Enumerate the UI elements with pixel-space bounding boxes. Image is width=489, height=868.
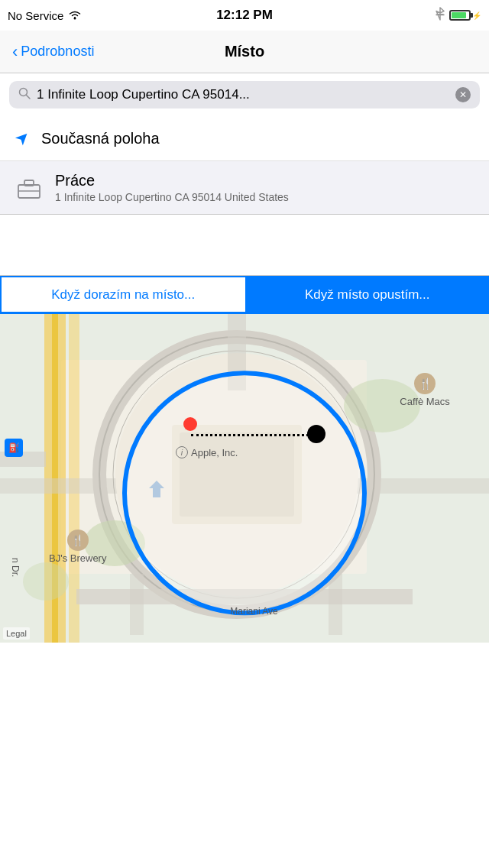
wifi-icon xyxy=(68,9,82,22)
svg-rect-20 xyxy=(130,574,144,635)
legal-text: Legal xyxy=(3,627,30,640)
svg-rect-21 xyxy=(329,574,342,635)
back-label: Podrobnosti xyxy=(21,44,94,60)
apple-inc-label: i Apple, Inc. xyxy=(176,446,238,458)
search-bar[interactable]: 1 Infinite Loop Cupertino CA 95014... ✕ xyxy=(9,81,480,108)
radius-handle[interactable] xyxy=(307,425,325,443)
charging-icon: ⚡ xyxy=(472,11,481,20)
radius-line xyxy=(191,434,313,436)
work-title: Práce xyxy=(55,172,289,189)
geofence-circle xyxy=(122,371,367,615)
page-title: Místo xyxy=(225,43,264,60)
n-dr-label: n Dr. xyxy=(10,558,21,577)
trigger-buttons: Když dorazím na místo... Když místo opus… xyxy=(0,276,489,314)
map-area: i Apple, Inc. 🍴 Caffè Macs 🍴 BJ's Brewer… xyxy=(0,314,489,643)
arrive-button[interactable]: Když dorazím na místo... xyxy=(0,276,246,313)
location-pin xyxy=(183,417,197,431)
bluetooth-icon xyxy=(436,7,445,24)
search-input[interactable]: 1 Infinite Loop Cupertino CA 95014... xyxy=(37,87,449,102)
current-location-label: Současná poloha xyxy=(41,130,160,147)
gas-station-icon: ⛽ xyxy=(5,439,23,457)
work-icon xyxy=(15,174,43,202)
nav-bar: ‹ Podrobnosti Místo xyxy=(0,31,489,73)
battery: ⚡ xyxy=(449,10,481,21)
svg-point-0 xyxy=(74,17,76,19)
work-text: Práce 1 Infinite Loop Cupertino CA 95014… xyxy=(55,172,289,203)
current-location-row[interactable]: ➤ Současná poloha xyxy=(0,116,489,161)
status-bar: No Service 12:12 PM ⚡ xyxy=(0,0,489,31)
svg-line-2 xyxy=(27,96,31,99)
work-address: 1 Infinite Loop Cupertino CA 95014 Unite… xyxy=(55,191,289,203)
divider-area xyxy=(0,215,489,276)
chevron-left-icon: ‹ xyxy=(12,44,18,60)
work-row[interactable]: Práce 1 Infinite Loop Cupertino CA 95014… xyxy=(0,161,489,215)
food-icon: 🍴 xyxy=(414,373,436,394)
status-left: No Service xyxy=(8,9,145,22)
caffe-macs-label: 🍴 Caffè Macs xyxy=(400,373,450,407)
status-right: ⚡ xyxy=(344,7,481,24)
svg-point-27 xyxy=(23,562,69,601)
no-service-text: No Service xyxy=(8,9,63,22)
brewery-food-icon: 🍴 xyxy=(67,530,89,551)
location-arrow-icon: ➤ xyxy=(10,126,34,150)
back-button[interactable]: ‹ Podrobnosti xyxy=(12,44,94,60)
search-clear-button[interactable]: ✕ xyxy=(455,87,471,102)
search-bar-container: 1 Infinite Loop Cupertino CA 95014... ✕ xyxy=(0,73,489,116)
mariani-ave-label: Mariani Ave xyxy=(230,606,277,617)
status-time: 12:12 PM xyxy=(216,8,273,23)
search-icon xyxy=(18,87,31,102)
bjs-brewery-label: 🍴 BJ's Brewery xyxy=(49,530,106,564)
info-icon: i xyxy=(176,446,188,458)
leave-button[interactable]: Když místo opustím... xyxy=(246,276,490,313)
